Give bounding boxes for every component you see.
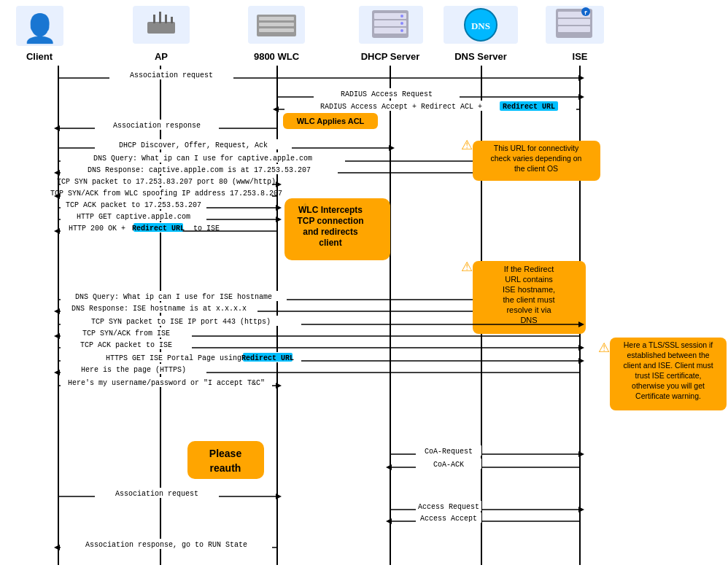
svg-text:HTTP 200 OK +: HTTP 200 OK +	[69, 225, 125, 233]
svg-marker-138	[578, 507, 584, 512]
svg-text:Certificate warning.: Certificate warning.	[635, 391, 701, 400]
svg-text:CoA-ACK: CoA-ACK	[433, 461, 464, 469]
svg-text:reauth: reauth	[210, 462, 241, 474]
svg-text:Association response, go to RU: Association response, go to RUN State	[85, 541, 247, 549]
svg-text:WLC Intercepts: WLC Intercepts	[298, 205, 363, 215]
svg-point-167	[400, 15, 403, 17]
svg-marker-47	[276, 205, 282, 211]
svg-text:the client OS: the client OS	[514, 164, 558, 173]
svg-text:TCP ACK packet to 17.253.53.20: TCP ACK packet to 17.253.53.207	[66, 201, 201, 209]
svg-text:Please: Please	[209, 448, 242, 459]
svg-text:DNS Server: DNS Server	[454, 51, 507, 62]
svg-text:DHCP Server: DHCP Server	[361, 51, 420, 62]
svg-text:Redirect URL: Redirect URL	[241, 354, 294, 362]
svg-text:WLC Applies ACL: WLC Applies ACL	[297, 117, 365, 125]
svg-text:This URL for connectivity: This URL for connectivity	[494, 144, 579, 152]
svg-rect-153	[153, 15, 155, 23]
svg-text:⚠: ⚠	[598, 340, 610, 355]
svg-marker-51	[276, 217, 282, 222]
svg-marker-35	[54, 170, 60, 176]
svg-rect-154	[159, 12, 161, 23]
svg-text:RADIUS Access Request: RADIUS Access Request	[341, 90, 433, 98]
svg-text:AP: AP	[155, 51, 168, 62]
svg-marker-119	[276, 383, 282, 389]
svg-text:Association request: Association request	[130, 71, 213, 79]
svg-marker-7	[578, 75, 584, 81]
svg-marker-15	[273, 106, 279, 112]
svg-marker-109	[578, 358, 584, 364]
svg-text:Here is the page (HTTPS): Here is the page (HTTPS)	[81, 366, 186, 374]
svg-rect-161	[259, 28, 294, 32]
svg-marker-142	[386, 518, 392, 524]
svg-text:Association request: Association request	[115, 490, 198, 498]
svg-text:ISE: ISE	[573, 51, 588, 62]
svg-text:HTTPS GET ISE Portal Page usin: HTTPS GET ISE Portal Page using	[106, 354, 241, 362]
svg-rect-159	[259, 17, 294, 20]
svg-marker-11	[578, 94, 584, 100]
sequence-diagram: Association request RADIUS Access Reques…	[0, 0, 728, 573]
svg-marker-93	[54, 333, 60, 339]
svg-text:otherwise you will get: otherwise you will get	[632, 381, 705, 390]
svg-marker-23	[54, 125, 60, 131]
svg-text:Access Request: Access Request	[418, 503, 479, 511]
svg-text:👤: 👤	[23, 12, 58, 46]
svg-text:Client: Client	[26, 51, 53, 62]
svg-text:Redirect URL: Redirect URL	[503, 103, 555, 111]
svg-text:⚠: ⚠	[461, 260, 473, 274]
svg-text:RADIUS Access Accept + Redirec: RADIUS Access Accept + Redirect ACL +	[320, 103, 482, 111]
diagram-svg: Association request RADIUS Access Reques…	[0, 0, 728, 573]
svg-rect-152	[147, 22, 175, 34]
svg-text:Access Accept: Access Accept	[420, 515, 477, 523]
svg-text:resolve it via: resolve it via	[506, 305, 551, 314]
svg-text:the client must: the client must	[503, 295, 555, 304]
svg-text:ISE hostname,: ISE hostname,	[503, 285, 555, 294]
svg-marker-115	[54, 370, 60, 375]
svg-text:DNS: DNS	[471, 20, 490, 31]
svg-point-168	[400, 22, 403, 25]
svg-marker-146	[54, 545, 60, 550]
svg-text:Here's my username/password or: Here's my username/password or "I accept…	[68, 379, 265, 387]
svg-text:TCP connection: TCP connection	[297, 216, 363, 226]
svg-marker-77	[54, 308, 60, 314]
svg-text:client and ISE. Client must: client and ISE. Client must	[623, 361, 713, 370]
svg-marker-130	[386, 464, 392, 470]
svg-text:TCP SYN packet to ISE IP port : TCP SYN packet to ISE IP port 443 (https…	[91, 318, 271, 326]
svg-text:⚠: ⚠	[461, 138, 473, 152]
svg-text:If the Redirect: If the Redirect	[504, 265, 554, 273]
svg-rect-176	[558, 19, 590, 25]
svg-rect-156	[171, 17, 173, 23]
svg-text:DNS Query: What ip can I use f: DNS Query: What ip can I use for ISE hos…	[75, 293, 272, 301]
svg-point-169	[400, 29, 403, 32]
svg-marker-134	[276, 494, 282, 499]
svg-rect-155	[165, 15, 167, 23]
svg-text:TCP SYN/ACK from WLC spoofing : TCP SYN/ACK from WLC spoofing IP address…	[50, 190, 282, 198]
svg-marker-55	[54, 228, 60, 234]
svg-marker-126	[578, 451, 584, 457]
svg-rect-177	[558, 26, 590, 32]
svg-text:CoA-Request: CoA-Request	[425, 448, 473, 456]
svg-text:established between the: established between the	[627, 351, 709, 359]
svg-marker-27	[389, 145, 395, 151]
svg-text:Here a TLS/SSL session if: Here a TLS/SSL session if	[624, 340, 713, 349]
svg-text:client: client	[319, 238, 341, 248]
svg-text:and redirects: and redirects	[303, 227, 358, 237]
svg-text:DNS Query: What ip can I use f: DNS Query: What ip can I use for captive…	[93, 155, 312, 163]
svg-text:HTTP GET captive.apple.com: HTTP GET captive.apple.com	[77, 213, 190, 221]
svg-text:to ISE: to ISE	[193, 225, 220, 233]
svg-text:Association response: Association response	[113, 122, 201, 130]
svg-marker-97	[578, 345, 584, 351]
svg-text:f: f	[584, 9, 588, 16]
svg-text:URL contains: URL contains	[505, 275, 553, 284]
svg-rect-160	[259, 23, 294, 26]
svg-text:check varies depending on: check varies depending on	[491, 154, 582, 163]
svg-text:Redirect URL: Redirect URL	[132, 225, 185, 233]
svg-text:DNS Response: ISE hostname is : DNS Response: ISE hostname is at x.x.x.x	[71, 305, 247, 313]
svg-text:trust ISE certificate,: trust ISE certificate,	[635, 371, 701, 380]
svg-text:DNS Response: captive.apple.co: DNS Response: captive.apple.com is at 17…	[88, 166, 311, 174]
svg-text:TCP SYN/ACK from ISE: TCP SYN/ACK from ISE	[82, 330, 170, 338]
svg-text:TCP ACK packet to ISE: TCP ACK packet to ISE	[80, 341, 172, 349]
svg-text:DHCP Discover, Offer, Request,: DHCP Discover, Offer, Request, Ack	[119, 141, 268, 149]
svg-text:DNS: DNS	[520, 316, 537, 324]
svg-marker-39	[276, 182, 282, 187]
svg-text:9800 WLC: 9800 WLC	[254, 51, 300, 62]
